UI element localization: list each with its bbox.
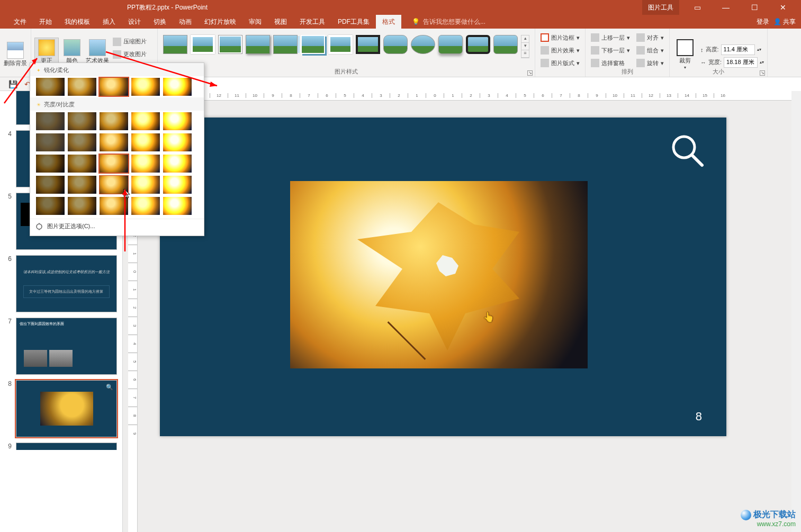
correction-preset[interactable] xyxy=(35,154,65,173)
correction-preset[interactable] xyxy=(163,133,192,152)
picture-style-thumb[interactable] xyxy=(328,35,353,54)
watermark: 极光下载站 www.xz7.com xyxy=(741,509,796,528)
picture-style-thumb[interactable] xyxy=(191,35,215,54)
correction-preset[interactable] xyxy=(163,196,192,215)
magnifier-icon: 🔍 xyxy=(106,384,113,391)
slide-thumbnail-8[interactable]: 🔍 xyxy=(16,380,117,437)
tab-file[interactable]: 文件 xyxy=(7,15,33,29)
correction-preset[interactable] xyxy=(35,133,65,152)
picture-style-thumb[interactable] xyxy=(356,35,380,54)
correction-preset[interactable] xyxy=(131,133,160,152)
slide-canvas[interactable]: 👆 8 xyxy=(160,118,726,436)
correction-preset[interactable] xyxy=(35,77,65,96)
correction-preset[interactable] xyxy=(67,154,97,173)
picture-style-thumb[interactable] xyxy=(218,35,242,54)
correction-preset[interactable] xyxy=(163,154,192,173)
slide-thumbnail-7[interactable]: 借拉下面到原因效率的系面 xyxy=(16,318,117,375)
picture-style-thumb[interactable] xyxy=(301,35,325,54)
dialog-launcher-icon[interactable]: ↘ xyxy=(760,70,765,76)
minimize-button[interactable]: — xyxy=(715,3,736,12)
slide-thumbnail-6[interactable]: 读本科时应该,成这些别的论文或考研所历的一般方法文中过三等何为因纽出品出及明显的… xyxy=(16,255,117,312)
close-button[interactable]: ✕ xyxy=(772,3,794,12)
tab-transitions[interactable]: 切换 xyxy=(147,15,173,29)
correction-preset[interactable] xyxy=(131,154,160,173)
vertical-scrollbar[interactable] xyxy=(791,91,801,532)
slide-work-area: 1615141312111098765432101234567891011121… xyxy=(123,91,801,532)
picture-layout-button[interactable]: 图片版式 ▾ xyxy=(538,57,582,69)
correction-preset[interactable] xyxy=(35,112,65,131)
login-button[interactable]: 登录 xyxy=(757,17,769,26)
lightbulb-icon: 💡 xyxy=(412,18,420,25)
tab-slideshow[interactable]: 幻灯片放映 xyxy=(198,15,242,29)
picture-style-thumb[interactable] xyxy=(493,35,518,54)
picture-style-thumb[interactable] xyxy=(466,35,490,54)
tab-home[interactable]: 开始 xyxy=(33,15,58,29)
picture-style-thumb[interactable] xyxy=(438,35,463,54)
correction-preset[interactable] xyxy=(67,112,97,131)
correction-preset[interactable] xyxy=(35,175,65,194)
correction-preset-current[interactable] xyxy=(99,154,129,173)
picture-border-button[interactable]: 图片边框 ▾ xyxy=(538,32,582,43)
picture-styles-gallery[interactable]: ▴▾≡ xyxy=(161,31,532,58)
tell-me-search[interactable]: 💡 告诉我您想要做什么... xyxy=(401,17,485,26)
correction-preset[interactable] xyxy=(67,175,97,194)
group-button[interactable]: 组合 ▾ xyxy=(634,44,666,56)
correction-preset[interactable] xyxy=(67,196,97,215)
picture-corrections-options[interactable]: 图片更正选项(C)... xyxy=(30,219,204,233)
dialog-launcher-icon[interactable]: ↘ xyxy=(527,70,533,76)
correction-preset[interactable] xyxy=(163,112,192,131)
correction-preset[interactable] xyxy=(131,196,160,215)
tab-insert[interactable]: 插入 xyxy=(96,15,122,29)
remove-background-button[interactable]: 删除背景 xyxy=(3,41,28,67)
contextual-tab-label: 图片工具 xyxy=(642,0,679,15)
align-button[interactable]: 对齐 ▾ xyxy=(634,32,666,43)
correction-preset[interactable] xyxy=(163,175,192,194)
tab-my-templates[interactable]: 我的模板 xyxy=(58,15,96,29)
tab-review[interactable]: 审阅 xyxy=(242,15,268,29)
correction-preset[interactable] xyxy=(131,112,160,131)
picture-effects-button[interactable]: 图片效果 ▾ xyxy=(538,44,582,56)
width-input[interactable] xyxy=(724,57,758,68)
correction-preset[interactable] xyxy=(67,133,97,152)
picture-style-thumb[interactable] xyxy=(411,35,435,54)
bring-forward-icon xyxy=(591,33,599,42)
tab-developer[interactable]: 开发工具 xyxy=(293,15,331,29)
bring-forward-button[interactable]: 上移一层 ▾ xyxy=(589,32,632,43)
tab-pdf-tools[interactable]: PDF工具集 xyxy=(331,15,376,29)
compress-pictures-button[interactable]: 压缩图片 xyxy=(111,36,154,48)
correction-preset[interactable] xyxy=(67,77,97,96)
height-input[interactable] xyxy=(721,44,755,55)
tab-design[interactable]: 设计 xyxy=(122,15,147,29)
tab-animations[interactable]: 动画 xyxy=(173,15,198,29)
tab-view[interactable]: 视图 xyxy=(268,15,293,29)
correction-preset[interactable] xyxy=(163,77,192,96)
selected-picture[interactable]: 👆 xyxy=(290,181,588,368)
save-icon[interactable]: 💾 xyxy=(8,80,17,88)
correction-preset[interactable] xyxy=(99,112,129,131)
picture-style-thumb[interactable] xyxy=(273,35,298,54)
correction-preset[interactable] xyxy=(35,196,65,215)
group-label-size: 大小 xyxy=(670,68,767,76)
rotate-button[interactable]: 旋转 ▾ xyxy=(634,57,666,69)
height-icon: ↕ xyxy=(700,47,704,53)
correction-preset[interactable] xyxy=(131,175,160,194)
change-picture-button[interactable]: 更改图片 xyxy=(111,49,154,60)
correction-preset-selected[interactable] xyxy=(99,77,129,96)
picture-style-thumb[interactable] xyxy=(383,35,408,54)
selection-pane-button[interactable]: 选择窗格 xyxy=(589,57,632,69)
picture-style-thumb[interactable] xyxy=(163,35,187,54)
correction-preset[interactable] xyxy=(131,77,160,96)
gallery-scroll[interactable]: ▴▾≡ xyxy=(521,35,529,58)
crop-button[interactable]: 裁剪 ▾ xyxy=(673,38,697,70)
ribbon-display-options-icon[interactable]: ▭ xyxy=(687,3,708,12)
height-input-row: ↕ 高度: ▴▾ xyxy=(700,44,764,56)
slide-thumbnail-9[interactable] xyxy=(16,443,117,450)
send-backward-button[interactable]: 下移一层 ▾ xyxy=(589,44,632,56)
picture-style-thumb[interactable] xyxy=(246,35,270,54)
maximize-button[interactable]: ☐ xyxy=(744,3,765,12)
tab-format[interactable]: 格式 xyxy=(376,15,401,29)
correction-preset[interactable] xyxy=(99,133,129,152)
group-label-picture-styles: 图片样式 xyxy=(158,68,535,76)
slide-page-number: 8 xyxy=(696,410,702,423)
share-button[interactable]: 👤 共享 xyxy=(773,17,796,26)
